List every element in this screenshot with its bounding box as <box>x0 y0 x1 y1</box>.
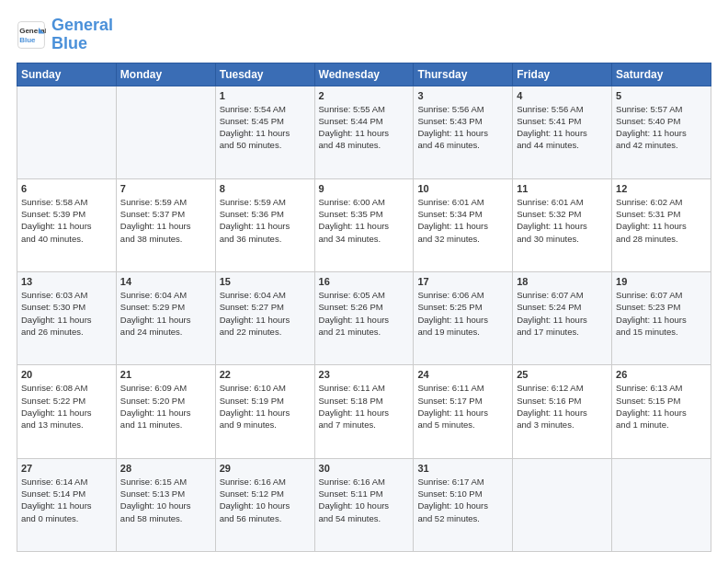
day-cell: 30Sunrise: 6:16 AMSunset: 5:11 PMDayligh… <box>314 458 414 551</box>
col-header-tuesday: Tuesday <box>215 63 314 86</box>
week-row-5: 27Sunrise: 6:14 AMSunset: 5:14 PMDayligh… <box>17 458 711 551</box>
day-cell <box>513 458 612 551</box>
day-info: Sunrise: 6:04 AMSunset: 5:29 PMDaylight:… <box>120 289 211 338</box>
day-info: Sunrise: 6:16 AMSunset: 5:11 PMDaylight:… <box>319 476 410 524</box>
day-cell: 2Sunrise: 5:55 AMSunset: 5:44 PMDaylight… <box>314 86 414 178</box>
day-cell: 21Sunrise: 6:09 AMSunset: 5:20 PMDayligh… <box>116 365 215 458</box>
day-info: Sunrise: 6:08 AMSunset: 5:22 PMDaylight:… <box>21 382 112 431</box>
day-cell: 20Sunrise: 6:08 AMSunset: 5:22 PMDayligh… <box>17 365 117 458</box>
day-cell: 16Sunrise: 6:05 AMSunset: 5:26 PMDayligh… <box>314 272 414 365</box>
day-number: 25 <box>517 369 608 380</box>
day-info: Sunrise: 5:54 AMSunset: 5:45 PMDaylight:… <box>220 103 311 152</box>
day-info: Sunrise: 6:07 AMSunset: 5:24 PMDaylight:… <box>517 289 608 338</box>
day-info: Sunrise: 6:14 AMSunset: 5:14 PMDaylight:… <box>21 476 112 524</box>
day-number: 18 <box>517 276 608 287</box>
col-header-saturday: Saturday <box>612 63 711 86</box>
day-info: Sunrise: 6:11 AMSunset: 5:17 PMDaylight:… <box>417 382 508 431</box>
day-cell: 5Sunrise: 5:57 AMSunset: 5:40 PMDaylight… <box>612 86 711 178</box>
day-number: 7 <box>120 183 211 194</box>
day-number: 30 <box>319 463 410 474</box>
day-cell: 15Sunrise: 6:04 AMSunset: 5:27 PMDayligh… <box>215 272 314 365</box>
day-info: Sunrise: 6:12 AMSunset: 5:16 PMDaylight:… <box>517 382 608 431</box>
day-number: 22 <box>220 369 311 380</box>
day-cell: 14Sunrise: 6:04 AMSunset: 5:29 PMDayligh… <box>116 272 215 365</box>
day-cell: 28Sunrise: 6:15 AMSunset: 5:13 PMDayligh… <box>116 458 215 551</box>
day-info: Sunrise: 6:07 AMSunset: 5:23 PMDaylight:… <box>616 289 707 338</box>
logo-blue: Blue <box>51 34 87 52</box>
day-cell: 4Sunrise: 5:56 AMSunset: 5:41 PMDaylight… <box>513 86 612 178</box>
page: General Blue General Blue SundayMondayTu… <box>0 0 728 563</box>
day-cell: 7Sunrise: 5:59 AMSunset: 5:37 PMDaylight… <box>116 178 215 271</box>
day-cell: 1Sunrise: 5:54 AMSunset: 5:45 PMDaylight… <box>215 86 314 178</box>
day-info: Sunrise: 6:05 AMSunset: 5:26 PMDaylight:… <box>319 289 410 338</box>
day-number: 16 <box>319 276 410 287</box>
day-number: 17 <box>417 276 508 287</box>
day-number: 27 <box>21 463 112 474</box>
day-info: Sunrise: 6:02 AMSunset: 5:31 PMDaylight:… <box>616 196 707 245</box>
day-info: Sunrise: 6:16 AMSunset: 5:12 PMDaylight:… <box>220 476 311 524</box>
day-number: 10 <box>417 183 508 194</box>
day-number: 29 <box>220 463 311 474</box>
day-info: Sunrise: 5:56 AMSunset: 5:43 PMDaylight:… <box>417 103 508 152</box>
day-cell <box>612 458 711 551</box>
day-number: 19 <box>616 276 707 287</box>
day-cell: 24Sunrise: 6:11 AMSunset: 5:17 PMDayligh… <box>414 365 513 458</box>
day-info: Sunrise: 6:06 AMSunset: 5:25 PMDaylight:… <box>417 289 508 338</box>
day-number: 4 <box>517 90 608 101</box>
day-info: Sunrise: 5:59 AMSunset: 5:36 PMDaylight:… <box>220 196 311 245</box>
day-cell: 10Sunrise: 6:01 AMSunset: 5:34 PMDayligh… <box>414 178 513 271</box>
day-cell: 6Sunrise: 5:58 AMSunset: 5:39 PMDaylight… <box>17 178 117 271</box>
day-cell: 12Sunrise: 6:02 AMSunset: 5:31 PMDayligh… <box>612 178 711 271</box>
day-cell: 23Sunrise: 6:11 AMSunset: 5:18 PMDayligh… <box>314 365 414 458</box>
day-number: 8 <box>220 183 311 194</box>
day-number: 1 <box>220 90 311 101</box>
week-row-4: 20Sunrise: 6:08 AMSunset: 5:22 PMDayligh… <box>17 365 711 458</box>
day-cell: 31Sunrise: 6:17 AMSunset: 5:10 PMDayligh… <box>414 458 513 551</box>
day-info: Sunrise: 6:03 AMSunset: 5:30 PMDaylight:… <box>21 289 112 338</box>
day-number: 3 <box>417 90 508 101</box>
logo-icon: General Blue <box>17 20 46 50</box>
day-info: Sunrise: 6:09 AMSunset: 5:20 PMDaylight:… <box>120 382 211 431</box>
day-number: 21 <box>120 369 211 380</box>
logo: General Blue General Blue <box>17 17 113 53</box>
day-cell: 11Sunrise: 6:01 AMSunset: 5:32 PMDayligh… <box>513 178 612 271</box>
day-number: 14 <box>120 276 211 287</box>
col-header-friday: Friday <box>513 63 612 86</box>
day-cell: 3Sunrise: 5:56 AMSunset: 5:43 PMDaylight… <box>414 86 513 178</box>
week-row-1: 1Sunrise: 5:54 AMSunset: 5:45 PMDaylight… <box>17 86 711 178</box>
day-info: Sunrise: 6:04 AMSunset: 5:27 PMDaylight:… <box>220 289 311 338</box>
day-cell: 27Sunrise: 6:14 AMSunset: 5:14 PMDayligh… <box>17 458 117 551</box>
day-cell: 26Sunrise: 6:13 AMSunset: 5:15 PMDayligh… <box>612 365 711 458</box>
day-number: 28 <box>120 463 211 474</box>
day-info: Sunrise: 6:13 AMSunset: 5:15 PMDaylight:… <box>616 382 707 431</box>
calendar-table: SundayMondayTuesdayWednesdayThursdayFrid… <box>17 63 711 552</box>
day-cell: 25Sunrise: 6:12 AMSunset: 5:16 PMDayligh… <box>513 365 612 458</box>
day-info: Sunrise: 6:17 AMSunset: 5:10 PMDaylight:… <box>417 476 508 524</box>
day-number: 6 <box>21 183 112 194</box>
day-info: Sunrise: 6:11 AMSunset: 5:18 PMDaylight:… <box>319 382 410 431</box>
day-number: 15 <box>220 276 311 287</box>
day-cell: 29Sunrise: 6:16 AMSunset: 5:12 PMDayligh… <box>215 458 314 551</box>
logo-text: General Blue <box>51 17 113 53</box>
day-info: Sunrise: 6:01 AMSunset: 5:32 PMDaylight:… <box>517 196 608 245</box>
day-info: Sunrise: 5:55 AMSunset: 5:44 PMDaylight:… <box>319 103 410 152</box>
day-cell: 19Sunrise: 6:07 AMSunset: 5:23 PMDayligh… <box>612 272 711 365</box>
day-number: 31 <box>417 463 508 474</box>
day-info: Sunrise: 6:01 AMSunset: 5:34 PMDaylight:… <box>417 196 508 245</box>
day-number: 26 <box>616 369 707 380</box>
day-number: 13 <box>21 276 112 287</box>
week-row-3: 13Sunrise: 6:03 AMSunset: 5:30 PMDayligh… <box>17 272 711 365</box>
col-header-monday: Monday <box>116 63 215 86</box>
day-info: Sunrise: 6:10 AMSunset: 5:19 PMDaylight:… <box>220 382 311 431</box>
day-cell: 22Sunrise: 6:10 AMSunset: 5:19 PMDayligh… <box>215 365 314 458</box>
col-header-wednesday: Wednesday <box>314 63 414 86</box>
week-row-2: 6Sunrise: 5:58 AMSunset: 5:39 PMDaylight… <box>17 178 711 271</box>
col-header-thursday: Thursday <box>414 63 513 86</box>
day-number: 2 <box>319 90 410 101</box>
day-number: 11 <box>517 183 608 194</box>
day-info: Sunrise: 5:58 AMSunset: 5:39 PMDaylight:… <box>21 196 112 245</box>
logo-general: General <box>51 16 113 34</box>
day-info: Sunrise: 5:57 AMSunset: 5:40 PMDaylight:… <box>616 103 707 152</box>
day-info: Sunrise: 5:56 AMSunset: 5:41 PMDaylight:… <box>517 103 608 152</box>
day-number: 23 <box>319 369 410 380</box>
